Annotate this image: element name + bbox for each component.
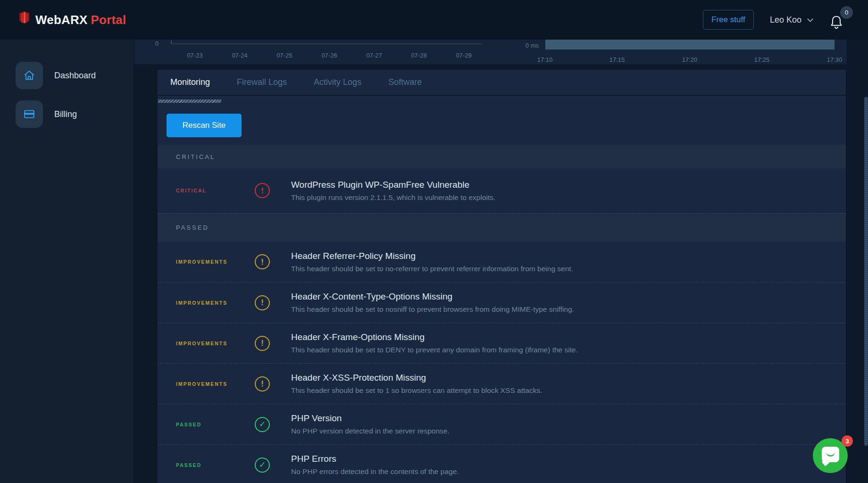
finding-description: This header should be set to DENY to pre…	[291, 346, 578, 354]
daily-chart-zero-label: 0	[155, 40, 159, 47]
daily-chart-x-tick: 07-23	[187, 52, 202, 59]
tab-firewall-logs[interactable]: Firewall Logs	[237, 77, 287, 87]
response-time-bar	[545, 40, 835, 50]
site-details-panel: Monitoring Firewall Logs Activity Logs S…	[158, 70, 846, 483]
webarx-shield-icon	[18, 11, 31, 28]
sidebar-item-label: Dashboard	[54, 71, 96, 81]
rescan-site-button[interactable]: Rescan Site	[167, 114, 242, 137]
daily-chart-x-tick: 07-29	[456, 52, 471, 59]
response-time-value-label: 0 ms	[519, 42, 539, 49]
daily-chart-x-tick: 07-28	[411, 52, 426, 59]
alert-circle-icon: !	[255, 254, 270, 269]
response-chart-x-tick: 17:20	[682, 56, 698, 63]
notifications-button[interactable]: 0	[828, 9, 850, 31]
response-chart-x-tick: 17:25	[754, 56, 770, 63]
finding-title: PHP Version	[291, 413, 450, 424]
finding-description: This header should be set to no-referrer…	[291, 265, 573, 273]
sidebar-item-label: Billing	[54, 109, 77, 119]
app-header: WebARXPortal Free stuff Leo Koo 0	[0, 0, 868, 40]
tab-bar: Monitoring Firewall Logs Activity Logs S…	[158, 70, 846, 96]
finding-description: This plugin runs version 2.1.1.5, which …	[291, 193, 495, 202]
severity-label: IMPROVEMENTS	[176, 381, 247, 387]
finding-title: PHP Errors	[291, 454, 459, 464]
section-header-critical: CRITICAL	[158, 145, 846, 168]
sidebar-item-billing[interactable]: Billing	[16, 100, 77, 128]
chat-bubble-icon	[822, 447, 839, 462]
severity-label: PASSED	[176, 462, 247, 468]
severity-label: PASSED	[176, 422, 247, 427]
horizontal-scrollbar-thumb[interactable]	[158, 100, 221, 103]
finding-title: Header X-Content-Type-Options Missing	[291, 291, 574, 302]
daily-chart-axis-line	[171, 43, 482, 44]
chevron-down-icon	[807, 16, 813, 22]
daily-chart-x-tick: 07-25	[276, 52, 292, 59]
user-name: Leo Koo	[770, 15, 801, 25]
finding-description: No PHP version detected in the server re…	[291, 427, 450, 435]
finding-row[interactable]: IMPROVEMENTS ! Header X-Frame-Options Mi…	[158, 323, 846, 363]
finding-row[interactable]: IMPROVEMENTS ! Header X-Content-Type-Opt…	[158, 282, 846, 323]
user-menu[interactable]: Leo Koo	[770, 15, 812, 25]
check-circle-icon: ✓	[255, 458, 270, 473]
brand-name: WebARXPortal	[35, 13, 126, 27]
chat-unread-badge: 3	[842, 435, 853, 447]
severity-label: IMPROVEMENTS	[176, 259, 247, 265]
credit-card-icon	[16, 100, 43, 128]
finding-title: Header Referrer-Policy Missing	[291, 251, 573, 261]
section-header-passed: PASSED	[158, 213, 846, 242]
severity-label: IMPROVEMENTS	[176, 300, 247, 306]
finding-row[interactable]: CRITICAL ! WordPress Plugin WP-SpamFree …	[158, 168, 846, 213]
free-stuff-button[interactable]: Free stuff	[703, 10, 754, 30]
tab-monitoring[interactable]: Monitoring	[170, 77, 210, 87]
alert-circle-icon: !	[255, 336, 270, 351]
daily-chart-x-tick: 07-26	[321, 52, 337, 59]
finding-description: No PHP errors detected in the contents o…	[291, 467, 459, 476]
brand-logo: WebARXPortal	[18, 11, 126, 28]
finding-description: This header should be set to 1 so browse…	[291, 386, 542, 395]
notification-count-badge: 0	[840, 6, 853, 19]
severity-label: IMPROVEMENTS	[176, 341, 247, 346]
check-circle-icon: ✓	[255, 417, 270, 432]
severity-label: CRITICAL	[176, 188, 247, 193]
tab-activity-logs[interactable]: Activity Logs	[314, 77, 361, 87]
alert-circle-icon: !	[255, 376, 270, 391]
sidebar: Dashboard Billing	[0, 40, 134, 483]
response-chart-x-tick: 17:15	[609, 56, 625, 63]
alert-circle-icon: !	[255, 183, 270, 198]
finding-row[interactable]: PASSED ✓ PHP Version No PHP version dete…	[158, 404, 846, 444]
alert-circle-icon: !	[255, 295, 270, 310]
smile-icon	[826, 452, 835, 457]
finding-row[interactable]: PASSED ✓ PHP Errors No PHP errors detect…	[158, 444, 846, 483]
daily-chart-x-tick: 07-24	[232, 52, 247, 59]
charts-strip: 0 07-23 07-24 07-25 07-26 07-27 07-28 07…	[134, 40, 847, 64]
tab-software[interactable]: Software	[388, 77, 422, 87]
chat-launcher-button[interactable]: 3	[813, 438, 848, 473]
daily-chart-x-tick: 07-27	[366, 52, 382, 59]
finding-title: WordPress Plugin WP-SpamFree Vulnerable	[291, 180, 495, 190]
bell-icon	[829, 15, 843, 30]
vertical-scrollbar-thumb[interactable]	[864, 97, 868, 446]
home-icon	[16, 62, 43, 89]
finding-title: Header X-XSS-Protection Missing	[291, 373, 542, 383]
finding-row[interactable]: IMPROVEMENTS ! Header X-XSS-Protection M…	[158, 363, 846, 404]
sidebar-item-dashboard[interactable]: Dashboard	[16, 62, 96, 89]
finding-title: Header X-Frame-Options Missing	[291, 332, 578, 342]
response-chart-x-tick: 17:10	[537, 56, 553, 63]
response-chart-x-tick: 17:30	[827, 56, 843, 63]
finding-row[interactable]: IMPROVEMENTS ! Header Referrer-Policy Mi…	[158, 242, 846, 282]
finding-description: This header should be set to nosniff to …	[291, 305, 574, 314]
